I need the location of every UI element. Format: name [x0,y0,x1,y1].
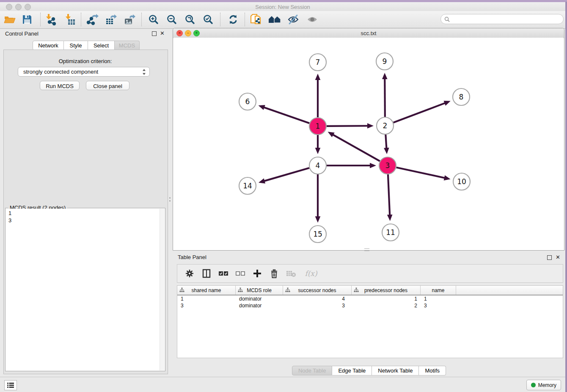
tab-motifs[interactable]: Motifs [419,366,446,375]
network-close-button[interactable]: ✕ [176,30,183,36]
edge-2-8[interactable] [394,103,446,122]
network-window-titlebar[interactable]: scc.txt ✕ − + [173,28,564,38]
open-session-button[interactable] [2,12,17,27]
edge-arrowhead [315,148,321,154]
result-scrollbar[interactable] [160,209,165,370]
edge-arrowhead [382,73,388,79]
view-splitter-handle[interactable] [364,248,369,251]
tree-icon [179,287,184,293]
hide-panels-button[interactable] [286,12,301,27]
graph-node-label: 2 [383,121,388,130]
plus-icon [253,269,261,278]
edge-1-6[interactable] [264,107,309,123]
edge-2-3[interactable] [385,135,386,149]
graph-node-label: 10 [457,177,466,186]
export-image-button[interactable] [122,12,138,27]
table-panel: Table Panel ✕ [173,252,565,375]
export-table-button[interactable] [104,12,119,27]
run-mcds-button[interactable]: Run MCDS [40,81,80,90]
network-canvas[interactable]: 7968124314101511 [173,38,564,250]
tab-node-table[interactable]: Node Table [292,366,333,375]
edge-arrowhead [315,216,321,223]
zoom-selected-button[interactable] [201,12,216,27]
edge-arrowhead [370,163,376,168]
search-box[interactable] [440,14,564,24]
tab-style[interactable]: Style [64,41,88,50]
clone-network-button[interactable] [249,12,264,27]
import-network-button[interactable] [43,12,58,27]
edge-2-9[interactable] [385,78,385,117]
show-column-button[interactable] [201,268,212,279]
table-settings-button[interactable] [184,268,195,279]
table-panel-float-button[interactable] [547,255,552,260]
edge-arrowhead [367,123,374,129]
search-icon [444,17,450,22]
edge-3-10[interactable] [396,167,445,178]
optimization-criterion-label: Optimization criterion: [3,58,167,64]
unchecked-boxes-icon [235,271,245,276]
zoom-selected-icon [203,14,214,25]
function-builder-button-disabled: f(x) [303,268,319,279]
table-row[interactable]: 3 dominator 3 2 3 [177,302,563,309]
control-panel-float-button[interactable] [152,31,157,36]
save-session-button[interactable] [19,12,35,27]
node-table: shared name MCDS role successor nodes [177,285,563,358]
refresh-icon [228,14,239,25]
edge-3-11[interactable] [388,174,390,215]
unselect-all-columns-button[interactable] [235,268,246,279]
edge-4-14[interactable] [264,168,309,181]
delete-table-icon [286,270,296,277]
task-history-button[interactable] [4,380,17,390]
cell-predecessor-nodes: 1 [352,296,421,302]
table-tabs: Node Table Edge Table Network Table Moti… [173,366,565,375]
toolbar-separator [220,13,220,26]
export-network-button[interactable] [85,12,100,27]
import-table-button[interactable] [62,12,77,27]
close-panel-button[interactable]: Close panel [86,81,129,90]
zoom-out-button[interactable] [164,12,179,27]
edge-3-1[interactable] [333,135,380,161]
eye-slash-icon [287,14,299,25]
column-header-predecessor-nodes[interactable]: predecessor nodes [352,286,421,295]
tab-mcds[interactable]: MCDS [115,41,140,50]
column-header-shared-name[interactable]: shared name [177,286,236,295]
network-graph[interactable]: 7968124314101511 [173,38,564,250]
edge-arrowhead [315,74,321,80]
column-header-name[interactable]: name [421,286,456,295]
table-panel-close-button[interactable]: ✕ [556,255,560,260]
memory-button[interactable]: Memory [526,380,561,390]
save-icon [22,14,32,25]
column-header-successor-nodes[interactable]: successor nodes [283,286,352,295]
eye-icon [306,14,318,25]
tab-network[interactable]: Network [33,41,64,50]
criterion-select[interactable]: strongly connected component [18,67,150,77]
apply-layout-button[interactable] [226,12,241,27]
delete-column-button[interactable] [269,268,280,279]
network-maximize-button[interactable]: + [193,30,200,36]
zoom-fit-button[interactable] [182,12,198,27]
zoom-in-button[interactable] [146,12,161,27]
select-all-columns-button[interactable] [218,268,229,279]
network-minimize-button[interactable]: − [185,30,191,36]
create-column-button[interactable] [252,268,263,279]
list-icon [7,382,14,388]
panel-splitter[interactable] [169,197,171,202]
search-input[interactable] [452,16,563,22]
mcds-result-list[interactable]: 1 3 [6,209,160,370]
gear-icon [185,269,194,278]
home-button[interactable] [267,12,282,27]
float-icon [152,31,157,36]
control-panel-close-button[interactable]: ✕ [160,31,165,36]
tree-icon [238,287,243,293]
column-header-mcds-role[interactable]: MCDS role [236,286,283,295]
graph-node-label: 11 [386,228,395,237]
tab-edge-table[interactable]: Edge Table [332,366,372,375]
table-row[interactable]: 1 dominator 4 1 1 [177,295,563,302]
tab-select[interactable]: Select [88,41,115,50]
cell-mcds-role: dominator [236,296,283,302]
edge-1-2[interactable] [327,126,368,126]
tab-network-table[interactable]: Network Table [372,366,419,375]
cell-shared-name: 1 [177,296,236,302]
show-panels-button[interactable] [305,12,320,27]
cell-successor-nodes: 4 [283,296,352,302]
